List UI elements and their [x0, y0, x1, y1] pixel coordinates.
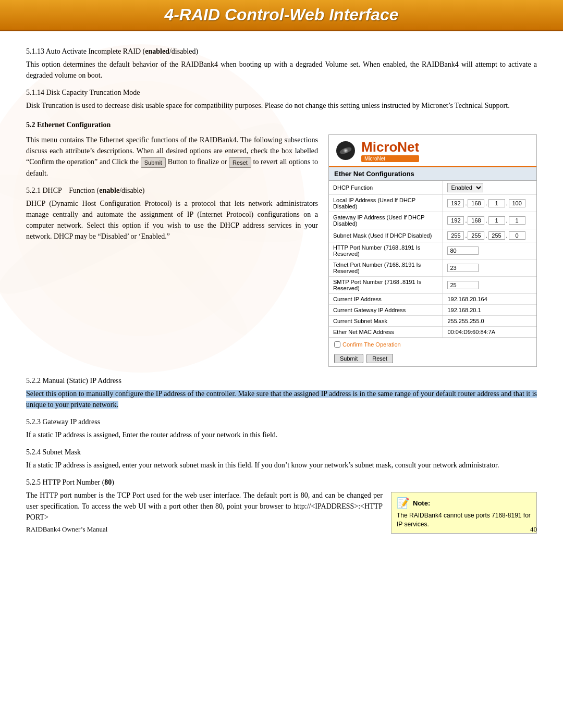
micronet-panel: MicroNet MicroNet Ether Net Configuratio…: [328, 134, 537, 367]
table-row: HTTP Port Number (7168..8191 Is Reserved…: [329, 242, 536, 260]
confirm-label[interactable]: Confirm The Operation: [334, 341, 531, 348]
reset-button[interactable]: Reset: [366, 354, 393, 363]
micronet-header: MicroNet MicroNet: [329, 135, 536, 167]
mac-address-value: 00:04:D9:60:84:7A: [447, 329, 495, 335]
row-label: SMTP Port Number (7168..8191 Is Reserved…: [329, 277, 443, 294]
section-521-heading: 5.2.1 DHCP Function (enable/disable): [26, 185, 318, 196]
mask-octet-4[interactable]: [509, 231, 525, 240]
row-value[interactable]: [443, 277, 536, 294]
table-row: Gateway IP Address (Used If DHCP Disable…: [329, 212, 536, 229]
table-row: Local IP Address (Used If DHCP Disabled)…: [329, 195, 536, 212]
row-label: HTTP Port Number (7168..8191 Is Reserved…: [329, 242, 443, 260]
note-title: Note:: [413, 499, 430, 507]
table-row: Current Subnet Mask 255.255.255.0: [329, 316, 536, 327]
row-label: Current IP Address: [329, 294, 443, 305]
confirm-row[interactable]: Confirm The Operation: [329, 338, 536, 351]
section-523-heading: 5.2.3 Gateway IP address: [26, 416, 537, 427]
table-row: Subnet Mask (Used If DHCP Disabled) . . …: [329, 229, 536, 242]
footer-left: RAIDBank4 Owner’s Manual: [26, 525, 107, 534]
table-row: Telnet Port Number (7168..8191 Is Reserv…: [329, 260, 536, 277]
current-gateway-value: 192.168.20.1: [447, 307, 481, 313]
http-port-input[interactable]: [447, 246, 479, 255]
mask-octet-2[interactable]: [468, 231, 484, 240]
current-subnet-value: 255.255.255.0: [447, 318, 484, 324]
current-gateway-ip-value: 192.168.20.1: [443, 305, 536, 316]
row-value[interactable]: . . .: [443, 229, 536, 242]
current-gateway-ip-label: Current Gateway IP Address: [329, 305, 443, 316]
ip-octet-1[interactable]: [447, 199, 464, 207]
ip-octet-3[interactable]: [488, 199, 505, 207]
row-value: 255.255.255.0: [443, 316, 536, 327]
gw-ip-octet-2[interactable]: [468, 216, 484, 225]
config-table: DHCP Function Enabled Disabled: [329, 181, 536, 338]
section-521-body: DHCP (Dynamic Host Configuration Protoco…: [26, 198, 318, 242]
micronet-brand-text: MicroNet: [361, 139, 419, 155]
section-522-heading: 5.2.2 Manual (Static) IP Address: [26, 375, 537, 386]
smtp-port-input[interactable]: [447, 281, 479, 289]
page-title: 4-RAID Control-Web Interface: [10, 5, 553, 24]
row-value[interactable]: [443, 260, 536, 277]
page-header: 4-RAID Control-Web Interface: [0, 0, 563, 31]
confirm-text: Confirm The Operation: [342, 341, 401, 348]
note-icon: 📝: [397, 497, 410, 509]
section-523-body: If a static IP address is assigned, Ente…: [26, 429, 537, 440]
gw-ip-octet-4[interactable]: [509, 216, 525, 225]
current-ip-value: 192.168.20.164: [447, 296, 487, 302]
table-row: DHCP Function Enabled Disabled: [329, 181, 536, 195]
row-value[interactable]: [443, 242, 536, 260]
page-footer: RAIDBank4 Owner’s Manual 40: [26, 525, 537, 534]
ip-octet-4[interactable]: [509, 199, 525, 207]
row-value: 00:04:D9:60:84:7A: [443, 327, 536, 338]
section-525-heading: 5.2.5 HTTP Port Number (80): [26, 477, 537, 488]
row-value[interactable]: . . .: [443, 212, 536, 229]
telnet-port-input[interactable]: [447, 264, 479, 272]
table-row: SMTP Port Number (7168..8191 Is Reserved…: [329, 277, 536, 294]
row-label: DHCP Function: [329, 181, 443, 195]
row-label: Local IP Address (Used If DHCP Disabled): [329, 195, 443, 212]
mask-octet-3[interactable]: [488, 231, 505, 240]
micronet-logo: [335, 140, 356, 161]
section-5114-body: Disk Truncation is used to decrease disk…: [26, 100, 537, 111]
row-value[interactable]: Enabled Disabled: [443, 181, 536, 195]
table-row: Ether Net MAC Address 00:04:D9:60:84:7A: [329, 327, 536, 338]
section-5113-body: This option determines the default behav…: [26, 59, 537, 81]
table-row: Current Gateway IP Address 192.168.20.1: [329, 305, 536, 316]
gw-ip-octet-1[interactable]: [447, 216, 464, 225]
mask-octet-1[interactable]: [447, 231, 464, 240]
gw-ip-octet-3[interactable]: [488, 216, 505, 225]
section-52-body: This menu contains The Ethernet specific…: [26, 134, 318, 179]
micronet-subbrand-text: MicroNet: [361, 155, 419, 162]
ip-octet-2[interactable]: [468, 199, 484, 207]
dhcp-select[interactable]: Enabled Disabled: [447, 183, 483, 192]
section-5114-heading: 5.1.14 Disk Capacity Truncation Mode: [26, 87, 537, 98]
footer-right: 40: [530, 525, 537, 534]
section-524-body: If a static IP address is assigned, ente…: [26, 460, 537, 471]
section-524-heading: 5.2.4 Subnet Mask: [26, 447, 537, 458]
section-5113-heading: 5.1.13 Auto Activate Incomplete RAID (en…: [26, 46, 537, 57]
row-label: Gateway IP Address (Used If DHCP Disable…: [329, 212, 443, 229]
submit-button[interactable]: Submit: [334, 354, 363, 363]
panel-buttons: Submit Reset: [329, 351, 536, 366]
section-522-body: Select this option to manually configure…: [26, 388, 537, 410]
row-label: Subnet Mask (Used If DHCP Disabled): [329, 229, 443, 242]
panel-section-title: Ether Net Configurations: [329, 167, 536, 181]
table-row: Current IP Address 192.168.20.164: [329, 294, 536, 305]
row-value[interactable]: . . .: [443, 195, 536, 212]
inline-submit-ref: Submit: [141, 157, 166, 168]
svg-point-9: [345, 150, 347, 152]
section-52-left: This menu contains The Ethernet specific…: [26, 134, 318, 245]
section-52-heading: 5.2 Ethernet Configuration: [26, 119, 537, 130]
row-label: Telnet Port Number (7168..8191 Is Reserv…: [329, 260, 443, 277]
confirm-checkbox[interactable]: [334, 341, 340, 348]
row-value: 192.168.20.164: [443, 294, 536, 305]
row-label: Ether Net MAC Address: [329, 327, 443, 338]
row-label: Current Subnet Mask: [329, 316, 443, 327]
inline-reset-ref: Reset: [229, 157, 251, 168]
